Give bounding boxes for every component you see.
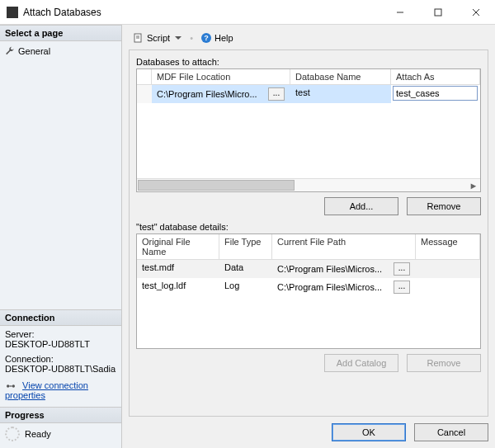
progress-spinner-icon (5, 427, 20, 441)
database-name-value[interactable]: test (290, 85, 391, 103)
help-icon: ? (201, 33, 211, 43)
database-details-label: "test" database details: (136, 222, 481, 232)
attach-as-input[interactable] (393, 86, 478, 101)
progress-status: Ready (25, 429, 51, 439)
table-row[interactable]: test_log.ldf Log C:\Program Files\Micros… (137, 278, 480, 296)
add-button[interactable]: Add... (324, 197, 398, 215)
scroll-right-arrow[interactable]: ► (467, 179, 480, 191)
main-panel: Script • ? Help Databases to attach: MDF… (122, 25, 495, 448)
window-title: Attach Databases (23, 7, 381, 18)
dialog-footer: OK Cancel (129, 417, 488, 441)
minimize-button[interactable] (381, 0, 419, 25)
maximize-button[interactable] (419, 0, 457, 25)
sidebar: Select a page General Connection Server:… (0, 25, 122, 448)
svg-point-5 (12, 384, 15, 387)
wrench-icon (5, 46, 15, 56)
browse-path-button[interactable]: ... (394, 262, 410, 276)
remove-detail-button: Remove (407, 354, 481, 372)
browse-mdf-button[interactable]: ... (268, 87, 285, 101)
toolbar: Script • ? Help (129, 30, 488, 50)
sidebar-item-label: General (18, 46, 50, 56)
server-value: DESKTOP-UD88TLT (5, 339, 116, 349)
col-file-type[interactable]: File Type (219, 234, 272, 259)
connection-label: Connection: (5, 354, 116, 364)
col-message[interactable]: Message (416, 234, 480, 259)
col-database-name[interactable]: Database Name (290, 69, 391, 84)
table-row[interactable]: C:\Program Files\Micro... ... test (137, 85, 480, 103)
connection-icon (5, 382, 16, 390)
table-header: MDF File Location Database Name Attach A… (137, 69, 480, 85)
col-original-file-name[interactable]: Original File Name (137, 234, 219, 259)
details-table[interactable]: Original File Name File Type Current Fil… (136, 233, 481, 349)
row-selector[interactable] (137, 85, 152, 103)
app-icon (7, 7, 18, 18)
script-icon (134, 33, 144, 43)
col-attach-as[interactable]: Attach As (391, 69, 480, 84)
browse-path-button[interactable]: ... (394, 281, 410, 294)
select-page-heading: Select a page (0, 25, 121, 41)
connection-heading: Connection (0, 309, 121, 326)
svg-rect-1 (435, 9, 441, 16)
help-button[interactable]: ? Help (198, 31, 237, 45)
message-value (416, 260, 480, 278)
file-type-value: Log (219, 278, 272, 296)
svg-point-4 (7, 384, 9, 387)
sidebar-item-general[interactable]: General (5, 45, 116, 58)
col-mdf-location[interactable]: MDF File Location (152, 69, 290, 84)
view-connection-properties[interactable]: View connection properties (5, 380, 116, 400)
file-type-value: Data (219, 260, 272, 278)
help-label: Help (214, 33, 233, 43)
message-value (416, 278, 480, 296)
titlebar: Attach Databases (0, 0, 495, 25)
databases-to-attach-label: Databases to attach: (136, 57, 481, 67)
table-header: Original File Name File Type Current Fil… (137, 234, 480, 260)
connection-value: DESKTOP-UD88TLT\Sadia (5, 364, 116, 374)
server-label: Server: (5, 329, 116, 339)
script-label: Script (147, 33, 170, 43)
file-name-value: test_log.ldf (137, 278, 219, 296)
cancel-button[interactable]: Cancel (414, 423, 488, 441)
script-button[interactable]: Script (130, 31, 185, 45)
scroll-thumb[interactable] (138, 180, 295, 191)
add-catalog-button: Add Catalog (324, 354, 398, 372)
horizontal-scrollbar[interactable]: ◄ ► (137, 178, 480, 191)
table-row[interactable]: test.mdf Data C:\Program Files\Micros...… (137, 260, 480, 278)
progress-heading: Progress (0, 407, 121, 423)
window-controls (381, 0, 495, 25)
ok-button[interactable]: OK (332, 423, 406, 441)
databases-table[interactable]: MDF File Location Database Name Attach A… (136, 68, 481, 192)
view-connection-properties-link[interactable]: View connection properties (5, 380, 88, 400)
chevron-down-icon (175, 36, 182, 40)
file-path-value: C:\Program Files\Micros... (277, 264, 392, 274)
close-button[interactable] (457, 0, 495, 25)
row-header-col (137, 69, 152, 84)
content-group: Databases to attach: MDF File Location D… (129, 50, 488, 417)
file-path-value: C:\Program Files\Micros... (277, 282, 392, 292)
file-name-value: test.mdf (137, 260, 219, 278)
mdf-location-value: C:\Program Files\Micro... (157, 89, 266, 99)
col-current-file-path[interactable]: Current File Path (272, 234, 416, 259)
remove-button[interactable]: Remove (407, 197, 481, 215)
